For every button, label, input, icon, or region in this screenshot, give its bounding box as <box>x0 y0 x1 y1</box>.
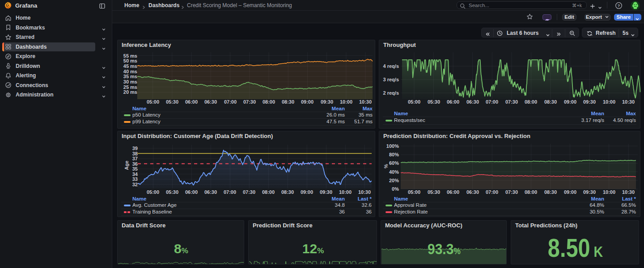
svg-text:?: ? <box>618 3 620 8</box>
